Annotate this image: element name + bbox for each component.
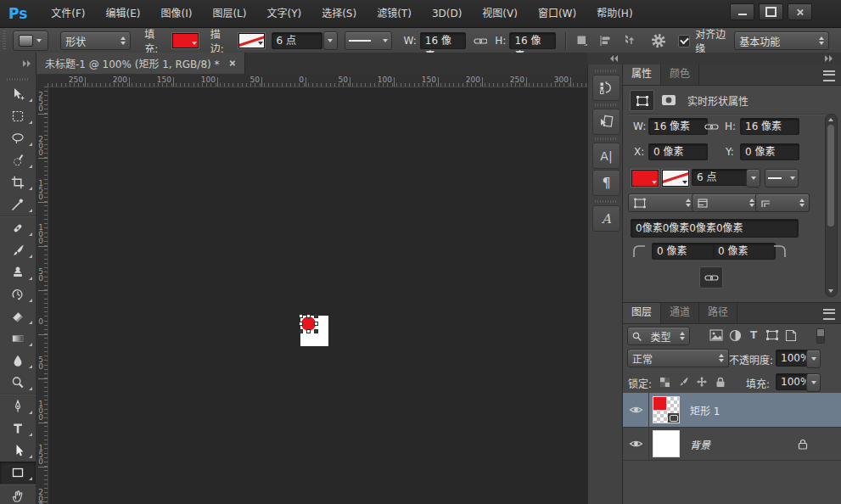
menu-item-image[interactable]: 图像(I): [151, 0, 203, 27]
link-corners-button[interactable]: [699, 266, 723, 288]
panel-menu-icon[interactable]: [823, 309, 835, 320]
document-canvas[interactable]: [300, 316, 328, 346]
prop-fill-swatch[interactable]: [631, 170, 659, 187]
menu-item-file[interactable]: 文件(F): [41, 0, 95, 27]
path-alignment-button[interactable]: [597, 31, 614, 50]
tab-paths[interactable]: 路径: [699, 303, 737, 323]
expand-dock-icon[interactable]: [610, 55, 618, 62]
stroke-width-dropdown-button[interactable]: [323, 31, 338, 50]
corner-radius-summary-field[interactable]: 0像素0像素0像素0像素: [631, 219, 799, 238]
prop-stroke-width-field[interactable]: 6 点: [692, 169, 751, 186]
transform-handle[interactable]: [299, 322, 303, 326]
dock-gripper[interactable]: [595, 200, 616, 203]
layer-name[interactable]: 矩形 1: [690, 403, 720, 417]
document-tab[interactable]: 未标题-1 @ 100% (矩形 1, RGB/8) *: [36, 53, 245, 74]
layer-row-rectangle-1[interactable]: 矩形 1: [623, 393, 841, 428]
tab-channels[interactable]: 通道: [661, 303, 699, 323]
opacity-dropdown-button[interactable]: [806, 350, 821, 368]
notes-panel-button[interactable]: [592, 109, 620, 135]
transform-handle[interactable]: [314, 314, 318, 318]
layer-filter-kind-select[interactable]: 类型: [627, 327, 690, 345]
transform-handle[interactable]: [299, 314, 303, 318]
dock-gripper[interactable]: [595, 137, 616, 140]
tool-gradient[interactable]: [0, 328, 36, 350]
close-button[interactable]: [788, 3, 812, 20]
live-shape-properties-icon[interactable]: [630, 90, 654, 111]
menu-item-edit[interactable]: 编辑(E): [96, 0, 151, 27]
tab-layers[interactable]: 图层: [623, 303, 661, 323]
transform-handle[interactable]: [299, 329, 303, 333]
layer-row-background[interactable]: 背景: [623, 428, 841, 461]
tool-brush[interactable]: [0, 239, 36, 261]
tool-dodge[interactable]: [0, 372, 36, 394]
paragraph-panel-button[interactable]: ¶: [592, 170, 620, 196]
maximize-button[interactable]: [759, 3, 783, 20]
visibility-toggle[interactable]: [623, 428, 649, 460]
fill-color-swatch[interactable]: [172, 33, 199, 48]
filtering-toggle[interactable]: [816, 328, 825, 344]
corner-left-input[interactable]: 0 像素: [652, 243, 715, 260]
panel-menu-icon[interactable]: [823, 70, 835, 81]
scrollbar-thumb[interactable]: [827, 125, 834, 227]
layer-name[interactable]: 背景: [690, 437, 710, 451]
tool-quick-selection[interactable]: [0, 149, 36, 171]
layer-thumbnail[interactable]: [653, 396, 680, 423]
canvas-area[interactable]: 250 200 150 100 50 0 50 100 150 200 250 …: [36, 75, 587, 504]
tool-hand[interactable]: [0, 485, 36, 504]
menu-item-layer[interactable]: 图层(L): [202, 0, 256, 27]
toolbar-gripper[interactable]: [7, 78, 29, 81]
prop-x-input[interactable]: 0 像素: [648, 143, 708, 160]
tool-path-selection[interactable]: [0, 440, 36, 462]
corner-top-left-icon[interactable]: [632, 244, 647, 259]
corner-top-right-icon[interactable]: [772, 244, 787, 259]
layer-thumbnail[interactable]: [653, 430, 680, 457]
filter-smart-objects-icon[interactable]: [782, 327, 799, 344]
tab-properties[interactable]: 属性: [623, 64, 661, 85]
workspace-switcher[interactable]: 基本功能: [734, 31, 829, 50]
path-operations-button[interactable]: [574, 31, 592, 50]
align-edges-control[interactable]: 对齐边缘: [678, 26, 734, 55]
minimize-button[interactable]: [730, 3, 754, 20]
properties-scrollbar[interactable]: [825, 114, 838, 297]
shape-height-input[interactable]: 16 像素: [509, 32, 555, 49]
tool-pen[interactable]: [0, 395, 36, 417]
path-arrangement-button[interactable]: [620, 31, 639, 50]
prop-stroke-type-select[interactable]: [765, 169, 799, 188]
tool-crop[interactable]: [0, 171, 36, 193]
tool-mode-select[interactable]: 形状: [60, 31, 131, 50]
options-bar-gripper[interactable]: [3, 31, 6, 51]
transform-handle[interactable]: [306, 329, 311, 333]
scroll-down-icon[interactable]: [828, 289, 833, 293]
menu-item-type[interactable]: 文字(Y): [256, 0, 311, 27]
lock-pixels-icon[interactable]: [676, 374, 691, 389]
collapse-panels-icon[interactable]: [825, 55, 833, 62]
gear-icon[interactable]: [650, 31, 668, 50]
tool-preset-picker[interactable]: [13, 31, 48, 51]
shape-width-input[interactable]: 16 像素: [420, 32, 466, 49]
character-styles-panel-button[interactable]: A: [592, 205, 620, 232]
corner-right-input[interactable]: 0 像素: [713, 243, 776, 260]
tool-horizontal-type[interactable]: [0, 417, 36, 440]
lock-all-icon[interactable]: [713, 374, 728, 389]
stroke-type-select[interactable]: [345, 31, 392, 50]
collapse-toolbar-icon[interactable]: [23, 60, 31, 67]
dock-gripper[interactable]: [595, 70, 616, 72]
visibility-toggle[interactable]: [623, 393, 649, 427]
menu-item-filter[interactable]: 滤镜(T): [367, 0, 422, 27]
blend-mode-select[interactable]: 正常: [627, 349, 729, 367]
tool-clone-stamp[interactable]: [0, 261, 36, 283]
stroke-width-field[interactable]: 6 点: [272, 32, 322, 49]
menu-item-help[interactable]: 帮助(H): [586, 0, 642, 27]
link-dimensions-icon[interactable]: [704, 122, 719, 132]
tool-history-brush[interactable]: [0, 283, 36, 305]
prop-shape-type-select[interactable]: [628, 193, 696, 212]
filter-adjustment-layers-icon[interactable]: [726, 327, 743, 344]
prop-stroke-align-select[interactable]: [692, 193, 760, 212]
prop-y-input[interactable]: 0 像素: [740, 143, 799, 160]
ruler-origin-box[interactable]: [36, 75, 48, 87]
tool-move[interactable]: [0, 83, 36, 105]
stroke-color-swatch[interactable]: [238, 33, 265, 48]
checkbox-checked-icon[interactable]: [678, 35, 690, 48]
history-panel-button[interactable]: [592, 75, 620, 101]
tool-lasso[interactable]: [0, 127, 36, 149]
